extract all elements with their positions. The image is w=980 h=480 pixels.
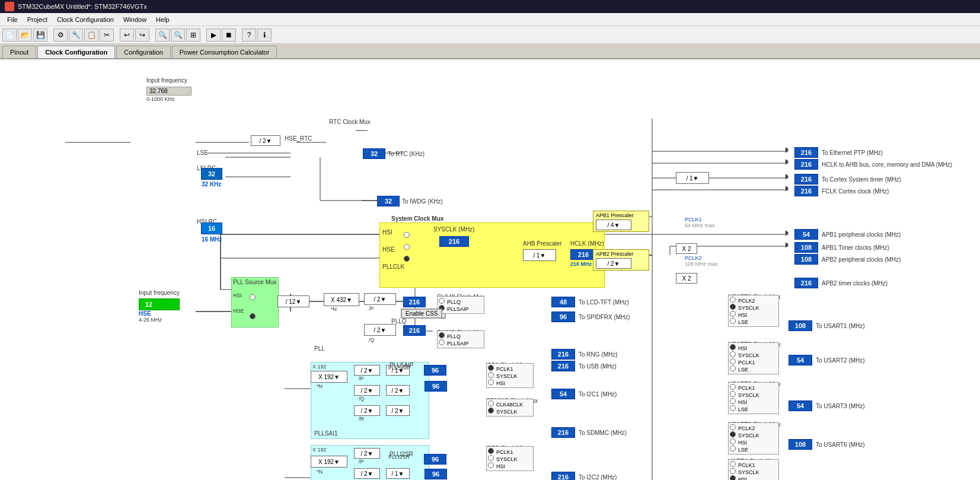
pllp-box[interactable]: / 2▼ <box>364 293 396 305</box>
pllsai1-label: PLLSAI1 <box>314 430 337 437</box>
usart2-lbl: To USART2 (MHz) <box>816 357 865 364</box>
pllq-box[interactable]: / 2▼ <box>364 324 396 336</box>
plli2s-q-box[interactable]: / 2▼ <box>354 468 380 479</box>
pll-source-mux-label: PLL Source Mux <box>233 279 279 285</box>
plli2s-n-box[interactable]: X 192▼ <box>311 456 347 468</box>
apb2-timer-row: 216 APB2 timer clocks (MHz) <box>794 278 888 288</box>
open-button[interactable]: 📂 <box>18 28 32 42</box>
rtc-value: 32 <box>363 148 385 159</box>
plli2sr-out-label: PLLI2SR <box>388 454 410 460</box>
i2c2-mux-area: I2C2 Clock Mux PCLK1 SYSCLK HSI <box>486 445 540 471</box>
zoom-out[interactable]: 🔍 <box>171 28 185 42</box>
rtc-output-row: 32 To RTC (KHz) <box>363 148 424 159</box>
spidfrx-val: 96 <box>551 311 575 322</box>
hclk-ahb-val: 216 <box>794 159 818 170</box>
hsi-pll-radio[interactable] <box>250 294 256 300</box>
pllp-label: /P <box>369 306 374 311</box>
undo-button[interactable]: ↩ <box>120 28 134 42</box>
tab-config[interactable]: Configuration <box>116 46 170 58</box>
clk48-mux-area: CLK48 Clock Mux PLLQ PLLSAIP <box>437 294 490 314</box>
clk48-lower-box: PLLQ PLLSAIP <box>437 330 484 348</box>
pll-q-label: /Q <box>369 337 375 343</box>
lcd-tft-val: 48 <box>551 297 575 307</box>
tool1[interactable]: ⚙ <box>53 28 68 42</box>
pllm-box[interactable]: / 12▼ <box>277 295 309 307</box>
apb2-div[interactable]: / 2▼ <box>596 258 631 269</box>
menu-file[interactable]: File <box>2 15 23 24</box>
menu-help[interactable]: Help <box>151 15 174 24</box>
tab-power[interactable]: Power Consumption Calculator <box>172 46 277 58</box>
hse-box: 12 <box>139 298 180 310</box>
svg-marker-53 <box>786 242 789 248</box>
tool3[interactable]: 📋 <box>84 28 98 42</box>
new-button[interactable]: 📄 <box>2 28 17 42</box>
hse-radio[interactable] <box>404 244 410 250</box>
pllclk-radio[interactable] <box>404 256 410 262</box>
apb1-prescaler-box: APB1 Prescaler / 4▼ <box>593 211 649 232</box>
run-button[interactable]: ▶ <box>206 28 221 42</box>
plli2s-p-box[interactable]: / 2▼ <box>354 448 380 459</box>
hse-div2-box[interactable]: / 2 ▼ <box>251 135 280 146</box>
cortex-timer-lbl: To Cortex System timer (MHz) <box>822 176 901 183</box>
sdmmc-val: 216 <box>551 427 575 438</box>
sdmmc-mux-box: CLK48CLK SYSCLK <box>486 399 534 417</box>
apb2-periph-row: 108 APB2 peripheral clocks (MHz) <box>794 254 901 265</box>
tab-clock[interactable]: Clock Configuration <box>37 46 115 58</box>
info-button[interactable]: ℹ <box>257 28 272 42</box>
ethernet-ptp-val: 216 <box>794 147 818 158</box>
sys-hsi-label: HSI <box>382 229 606 236</box>
svg-marker-52 <box>786 230 789 236</box>
tool2[interactable]: 🔧 <box>69 28 83 42</box>
menu-clock[interactable]: Clock Configuration <box>52 15 119 24</box>
pllsai-r2-box[interactable]: / 2▼ <box>386 405 410 416</box>
usart6-mux-area: USART6 Clock Mux PCLK2 SYSCLK HSI LSE <box>728 421 784 454</box>
help-button[interactable]: ? <box>242 28 256 42</box>
ahb-div-box[interactable]: / 1▼ <box>523 249 556 261</box>
redo-button[interactable]: ↪ <box>135 28 149 42</box>
plli2sr-out: 96 <box>424 469 447 479</box>
apb1-periph-row: 54 APB1 peripheral clocks (MHz) <box>794 229 901 240</box>
plli2s-n-star: *N <box>317 469 323 475</box>
svg-marker-49 <box>786 159 789 165</box>
plli2sr-val-box: 96 <box>424 454 446 465</box>
hsi-radio[interactable] <box>404 232 410 238</box>
plli2s-q2-box[interactable]: / 1▼ <box>386 468 410 479</box>
i2c2-lbl: To I2C2 (MHz) <box>579 474 617 481</box>
i2c2-val: 216 <box>551 472 575 480</box>
pllsai-p-box[interactable]: / 2▼ <box>354 365 380 376</box>
plln-box[interactable]: X 432▼ <box>324 293 359 306</box>
fclk-row: 216 FCLK Cortex clock (MHz) <box>794 186 889 196</box>
usart1-mux-area: USART1 Clock Mux PCLK2 SYSCLK HSI LSE <box>728 294 784 327</box>
pllq-output-val: 216 <box>403 325 426 336</box>
menu-window[interactable]: Window <box>119 15 151 24</box>
apb2-timer-lbl: APB2 timer clocks (MHz) <box>822 280 888 287</box>
tool4[interactable]: ✂ <box>100 28 114 42</box>
pllsai-r-box[interactable]: / 2▼ <box>354 405 380 416</box>
app-icon <box>5 2 14 11</box>
tab-pinout[interactable]: Pinout <box>2 46 36 58</box>
ethernet-ptp-row: 216 To Ethernet PTP (MHz) <box>794 147 883 158</box>
stop-button[interactable]: ⏹ <box>222 28 236 42</box>
zoom-fit[interactable]: ⊞ <box>186 28 200 42</box>
save-button[interactable]: 💾 <box>33 28 47 42</box>
pllsai-q2-box[interactable]: / 2▼ <box>386 385 410 396</box>
apb2-label: APB2 Prescaler <box>596 251 646 257</box>
enable-css-btn[interactable]: Enable CSS <box>401 309 442 319</box>
x2-apb2: X 2 <box>676 273 697 284</box>
hsi-pll-lbl: HSI <box>233 293 279 298</box>
hse-pll-radio[interactable] <box>250 313 256 319</box>
ahb-1-div-box[interactable]: / 1▼ <box>676 172 709 184</box>
menu-project[interactable]: Project <box>23 15 52 24</box>
pll-source-mux-zone: PLL Source Mux HSI HSE <box>231 277 279 328</box>
svg-marker-50 <box>786 174 789 180</box>
zoom-in[interactable]: 🔍 <box>155 28 170 42</box>
pllsai-q-label: /Q <box>359 396 365 402</box>
sdmmc-lbl: To SDMMC (MHz) <box>579 430 627 436</box>
input-freq-value[interactable]: 32.768 <box>146 87 191 96</box>
cortex-timer-val: 216 <box>794 174 818 185</box>
pllsai-q-box[interactable]: / 2▼ <box>354 385 380 396</box>
hse-range: 4-26 MHz <box>139 317 180 323</box>
apb1-div[interactable]: / 4▼ <box>596 220 631 230</box>
hse-input-area: Input frequency 12 HSE 4-26 MHz <box>139 290 180 323</box>
pllsai-n-box[interactable]: X 192▼ <box>311 371 347 383</box>
